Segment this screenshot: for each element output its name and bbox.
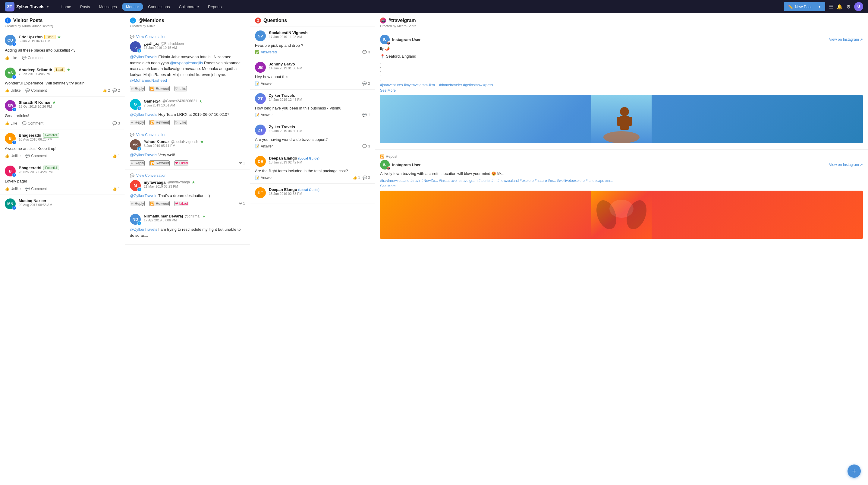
conversation-icon: 💬	[130, 133, 134, 137]
star-icon: ★	[67, 67, 70, 72]
nav-connections[interactable]: Connections	[144, 3, 174, 11]
user-avatar[interactable]: U	[854, 2, 863, 11]
nav-home[interactable]: Home	[56, 3, 75, 11]
see-more-link[interactable]: See More	[380, 88, 863, 93]
answer-button[interactable]: 📝 Answer	[255, 175, 273, 180]
mention-text: @ZylkerTravels Hey Team LRRX at 2019-06-…	[130, 112, 245, 118]
fab-add-button[interactable]: +	[847, 464, 861, 478]
like-label: Like	[180, 87, 186, 91]
mention-author-row: M t myfavraaga @myfavraaga ★ 21 May 2019…	[130, 180, 245, 191]
liked-button[interactable]: ❤ Liked	[175, 201, 189, 206]
answer-button[interactable]: 📝 Answer	[255, 81, 273, 86]
comment-button[interactable]: 💬 Comment	[22, 121, 43, 125]
zylker-mention[interactable]: @ZylkerTravels	[130, 153, 157, 157]
list-item: B f Bhageerathi Potential 23 Nov 2017 04…	[0, 162, 125, 195]
question-author-row: ZT Zylker Travels 13 Jun 2019 04:30 PM	[255, 124, 370, 136]
like-count: 👍 2	[102, 88, 110, 93]
list-item: MN f Mustaq Nazeer 29 Aug 2017 08:53 AM	[0, 195, 125, 215]
avatar: ب t	[130, 41, 141, 52]
ig-hashtags: #joanventures #mytravelgram #tra... #dam…	[380, 83, 863, 87]
like-button[interactable]: 👍 Like	[5, 121, 17, 125]
bell-icon[interactable]: 🔔	[837, 4, 843, 10]
unlike-label: Unlike	[10, 154, 21, 158]
google-icon: G	[255, 18, 261, 24]
retweet-button[interactable]: 🔁 Retweet	[150, 86, 170, 91]
nav-monitor[interactable]: Monitor	[122, 3, 143, 11]
like-count: ❤ 1	[239, 201, 245, 206]
nav-reports[interactable]: Reports	[204, 3, 226, 11]
post-author-row: SR f Sharath R Kumar ★ 18 Oct 2018 10:26…	[5, 100, 120, 111]
view-on-instagram-link[interactable]: View on Instagram ↗	[829, 163, 863, 167]
like-button[interactable]: ♡ Like	[175, 86, 187, 91]
comment-button[interactable]: 💬 Comment	[25, 154, 47, 158]
questions-title: G Questions	[255, 18, 370, 24]
retweet-button[interactable]: 🔁 Retweet	[150, 120, 170, 125]
zylker-mention[interactable]: @ZylkerTravels	[130, 193, 157, 198]
like-label: Like	[10, 56, 17, 60]
nav-collaborate[interactable]: Collaborate	[175, 3, 203, 11]
main-content: f Visitor Posts Created by Nirmalkumar D…	[0, 13, 868, 485]
view-on-instagram-link[interactable]: View on Instagram ↗	[829, 37, 863, 41]
zylker-mention[interactable]: @ZylkerTravels	[130, 112, 157, 117]
star-icon: ★	[199, 99, 203, 104]
unlike-button[interactable]: 👍 Unlike	[5, 187, 21, 191]
visitor-posts-title-text: Visitor Posts	[13, 18, 43, 23]
comment-button[interactable]: 💬 Comment	[25, 187, 47, 191]
action-counts: 👍 1 💬 3	[352, 175, 370, 180]
like-button[interactable]: ♡ Like	[175, 120, 187, 125]
mention-author-row: ND t Nirmalkumar Devaraj @dnirmal ★ 17 A…	[130, 214, 245, 225]
unlike-button[interactable]: 👍 Unlike	[5, 88, 21, 93]
answered-button[interactable]: ✅ Answered	[255, 50, 277, 54]
potential-badge: Potential	[43, 166, 59, 170]
view-conversation-link[interactable]: 💬 View Conversation	[130, 133, 245, 137]
view-conversation-link[interactable]: 💬 View Conversation	[130, 173, 245, 178]
see-more-link[interactable]: See More	[380, 184, 863, 188]
new-post-dropdown-icon[interactable]: ▼	[818, 5, 821, 8]
view-conversation-link[interactable]: 💬 View Conversation	[130, 35, 245, 39]
new-post-button[interactable]: ✏️ New Post ▼	[784, 2, 825, 11]
mvpeople-mention[interactable]: @mvpeoplesmajlis	[170, 61, 203, 65]
thumbs-up-icon: 👍	[5, 121, 9, 125]
instagram-icon: 📷	[380, 18, 386, 24]
list-item: AS f Anudeep Srikanth Lead ★ 7 Feb 2019 …	[0, 64, 125, 97]
menu-icon[interactable]: ☰	[829, 4, 833, 10]
mention-author-row: ب t بدر الدين @Badruddeen 17 Jun 2019 10…	[130, 41, 245, 52]
answer-button[interactable]: 📝 Answer	[255, 113, 273, 117]
zylker-mention[interactable]: @ZylkerTravels	[130, 55, 157, 59]
answer-button[interactable]: 📝 Answer	[255, 144, 273, 148]
repost-row[interactable]: 🔁 Repost	[380, 154, 863, 159]
fb-platform-badge: f	[12, 42, 16, 46]
reply-button[interactable]: ↩ Reply	[130, 201, 145, 206]
svg-point-9	[610, 200, 633, 218]
avatar: B f	[5, 133, 16, 144]
heart-filled-icon: ❤	[175, 201, 178, 206]
instagram-body: IU 📷 Instagram User View on Instagram ↗ …	[375, 31, 868, 485]
lead-badge: Lead	[44, 35, 55, 39]
reply-button[interactable]: ↩ Reply	[130, 161, 145, 166]
comment-button[interactable]: 💬 Comment	[22, 56, 43, 60]
brand-dropdown-icon[interactable]: ▼	[46, 5, 49, 8]
retweet-button[interactable]: 🔁 Retweet	[150, 161, 170, 166]
reply-button[interactable]: ↩ Reply	[130, 86, 145, 91]
nav-posts[interactable]: Posts	[76, 3, 94, 11]
question-text: Feasible pick up and drop ?	[255, 43, 370, 48]
conversation-icon: 💬	[130, 173, 134, 178]
fb-platform-badge: f	[12, 140, 16, 144]
comment-button[interactable]: 💬 Comment	[25, 88, 47, 93]
ig-post-text: A lively town buzzing with a carefr... l…	[380, 171, 863, 177]
mohamednasheed-mention[interactable]: @MohamedNasheed	[130, 78, 167, 83]
list-item: 🔁 Repost IU 📷 Instagram User View on Ins…	[375, 150, 868, 245]
post-date: 7 Feb 2019 04:05 PM	[19, 72, 120, 76]
retweet-button[interactable]: 🔁 Retweet	[150, 201, 170, 206]
question-meta: Zylker Travels 14 Jun 2019 12:48 PM	[269, 93, 370, 101]
liked-button[interactable]: ❤ Liked	[175, 161, 189, 166]
reply-button[interactable]: ↩ Reply	[130, 120, 145, 125]
unlike-button[interactable]: 👍 Unlike	[5, 154, 21, 158]
brand-logo[interactable]: ZT Zylker Travels ▼	[5, 2, 49, 11]
settings-icon[interactable]: ⚙	[846, 4, 850, 10]
comment-icon: 💬	[25, 88, 30, 93]
like-button[interactable]: 👍 Like	[5, 56, 17, 60]
list-item: SV SocialtestIN Vignesh 17 Jun 2019 11:2…	[250, 27, 375, 58]
zylker-mention[interactable]: @ZylkerTravels	[130, 227, 157, 232]
nav-messages[interactable]: Messages	[95, 3, 121, 11]
